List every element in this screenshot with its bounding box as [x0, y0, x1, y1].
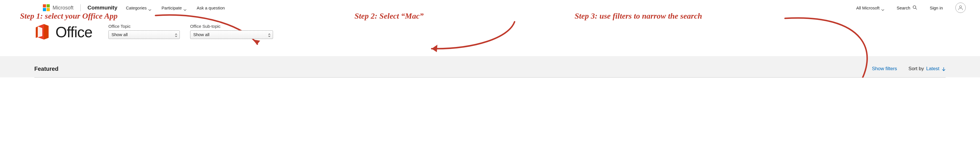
office-topic-select[interactable]: Show all	[108, 30, 180, 39]
chevron-down-icon	[148, 7, 151, 9]
featured-divider	[34, 77, 946, 78]
svg-marker-12	[38, 26, 42, 37]
svg-point-6	[959, 6, 961, 8]
filter-controls: Office Topic Show all Office Sub-topic S…	[108, 24, 273, 39]
svg-marker-13	[36, 26, 38, 38]
filter-office-subtopic: Office Sub-topic Show all	[190, 24, 273, 39]
nav-all-microsoft-label: All Microsoft	[856, 5, 880, 10]
nav-divider	[80, 4, 81, 11]
filter-office-topic: Office Topic Show all	[108, 24, 180, 39]
user-avatar-icon[interactable]	[955, 3, 966, 13]
nav-sign-in[interactable]: Sign in	[930, 5, 943, 10]
filter-office-topic-label: Office Topic	[108, 24, 180, 29]
top-nav: Microsoft Community Categories Participa…	[0, 0, 980, 16]
office-brand: Office	[34, 24, 92, 41]
select-arrows-icon	[175, 33, 177, 36]
featured-strip: Featured Show filters Sort by Latest	[0, 56, 980, 77]
svg-line-5	[916, 8, 917, 9]
nav-all-microsoft[interactable]: All Microsoft	[856, 5, 884, 10]
featured-heading: Featured	[34, 66, 58, 72]
nav-search-label: Search	[897, 5, 910, 10]
nav-ask-question-label: Ask a question	[197, 5, 225, 10]
svg-point-4	[913, 5, 916, 8]
microsoft-brand[interactable]: Microsoft	[43, 4, 73, 11]
filter-area: Step 1: select your Office App Step 2: S…	[0, 16, 980, 56]
sort-by-value: Latest	[926, 66, 939, 72]
nav-categories-label: Categories	[126, 5, 147, 10]
office-subtopic-select-value: Show all	[193, 32, 210, 37]
select-arrows-icon	[268, 33, 270, 36]
nav-search[interactable]: Search	[897, 5, 917, 11]
nav-right: All Microsoft Search Sign in	[856, 3, 969, 13]
svg-rect-0	[43, 4, 46, 8]
nav-links: Categories Participate Ask a question	[126, 5, 225, 10]
nav-categories[interactable]: Categories	[126, 5, 151, 10]
nav-participate[interactable]: Participate	[162, 5, 186, 10]
microsoft-brand-label: Microsoft	[52, 5, 73, 11]
chevron-down-icon	[881, 7, 884, 9]
community-link[interactable]: Community	[88, 5, 118, 11]
filter-office-subtopic-label: Office Sub-topic	[190, 24, 273, 29]
nav-participate-label: Participate	[162, 5, 182, 10]
search-icon	[913, 5, 917, 11]
svg-marker-8	[432, 45, 438, 52]
sort-arrow-down-icon	[942, 67, 946, 71]
sort-by[interactable]: Sort by Latest	[908, 66, 946, 72]
svg-rect-1	[46, 4, 50, 8]
featured-controls: Show filters Sort by Latest	[872, 66, 946, 72]
office-title: Office	[56, 24, 92, 41]
office-subtopic-select[interactable]: Show all	[190, 30, 273, 39]
office-topic-select-value: Show all	[111, 32, 128, 37]
office-logo-icon	[34, 24, 50, 41]
show-filters-link[interactable]: Show filters	[872, 66, 897, 72]
nav-ask-question[interactable]: Ask a question	[197, 5, 225, 10]
svg-marker-7	[253, 40, 260, 44]
chevron-down-icon	[183, 7, 186, 9]
svg-rect-2	[43, 8, 46, 11]
microsoft-logo-icon	[43, 4, 50, 11]
sort-by-label: Sort by	[908, 66, 924, 72]
svg-rect-3	[46, 8, 50, 11]
